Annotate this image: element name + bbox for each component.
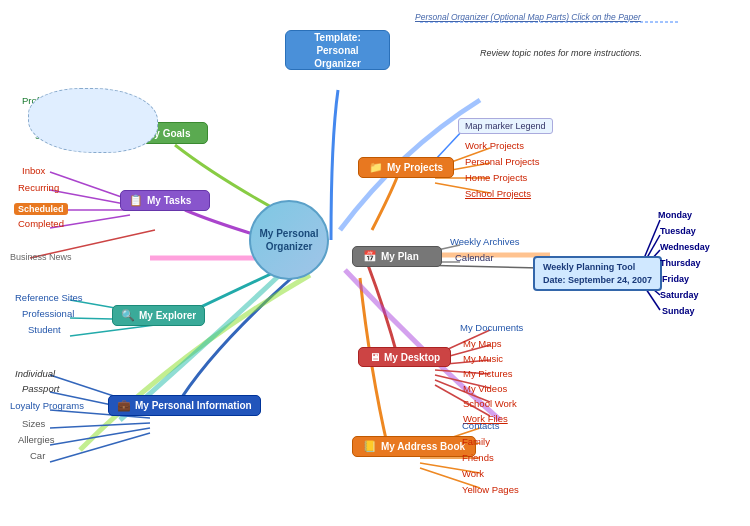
- tasks-sub-recurring[interactable]: Recurring: [18, 182, 59, 193]
- desk-sub-school[interactable]: School Work: [463, 398, 517, 409]
- explorer-sub-ref[interactable]: Reference Sites: [15, 292, 83, 303]
- addr-sub-contacts[interactable]: Contacts: [462, 420, 500, 431]
- svg-line-41: [50, 428, 150, 445]
- proj-sub-home[interactable]: Home Projects: [465, 172, 527, 183]
- personal-info-node[interactable]: 💼 My Personal Information: [108, 395, 261, 416]
- proj-sub-work[interactable]: Work Projects: [465, 140, 524, 151]
- explorer-sub-pro[interactable]: Professional: [22, 308, 74, 319]
- top-note-line1: Personal Organizer (Optional Map Parts) …: [415, 12, 641, 22]
- svg-line-33: [435, 130, 463, 160]
- business-news[interactable]: Business News: [10, 252, 72, 262]
- addr-sub-family[interactable]: Family: [462, 436, 490, 447]
- day-saturday[interactable]: Saturday: [660, 290, 699, 300]
- explorer-sub-student[interactable]: Student: [28, 324, 61, 335]
- explorer-label: My Explorer: [139, 310, 196, 321]
- pi-sub-sizes[interactable]: Sizes: [22, 418, 45, 429]
- day-tuesday[interactable]: Tuesday: [660, 226, 696, 236]
- plan-node[interactable]: 📅 My Plan: [352, 246, 442, 267]
- address-book-node[interactable]: 📒 My Address Book: [352, 436, 476, 457]
- address-book-icon: 📒: [363, 440, 377, 453]
- plan-label: My Plan: [381, 251, 419, 262]
- projects-label: My Projects: [387, 162, 443, 173]
- svg-line-36: [70, 325, 155, 336]
- personal-info-label: My Personal Information: [135, 399, 252, 412]
- tasks-node[interactable]: 📋 My Tasks: [120, 190, 210, 211]
- desktop-icon: 🖥: [369, 351, 380, 363]
- plan-sub-calendar[interactable]: Calendar: [455, 252, 494, 263]
- map-marker-legend[interactable]: Map marker Legend: [458, 118, 553, 134]
- mindmap-container: My Personal Organizer Personal Organizer…: [0, 0, 750, 526]
- pi-sub-car[interactable]: Car: [30, 450, 45, 461]
- tasks-label: My Tasks: [147, 195, 191, 206]
- desk-sub-docs[interactable]: My Documents: [460, 322, 523, 333]
- pi-sub-individual[interactable]: Individual: [15, 368, 55, 379]
- day-sunday[interactable]: Sunday: [662, 306, 695, 316]
- tasks-sub-scheduled[interactable]: Scheduled: [14, 198, 68, 216]
- plan-sub-weekly[interactable]: Weekly Archives: [450, 236, 520, 247]
- explorer-icon: 🔍: [121, 309, 135, 322]
- addr-sub-friends[interactable]: Friends: [462, 452, 494, 463]
- goals-cloud: [28, 88, 158, 153]
- desk-sub-maps[interactable]: My Maps: [463, 338, 502, 349]
- day-monday[interactable]: Monday: [658, 210, 692, 220]
- addr-sub-yellow[interactable]: Yellow Pages: [462, 484, 519, 495]
- address-book-label: My Address Book: [381, 440, 465, 453]
- desktop-node[interactable]: 🖥 My Desktop: [358, 347, 451, 367]
- day-wednesday[interactable]: Wednesday: [660, 242, 710, 252]
- weekly-tool-label: Weekly Planning Tool Date: September 24,…: [543, 262, 652, 285]
- template-label: Template: Personal Organizer: [294, 31, 381, 70]
- day-friday[interactable]: Friday: [662, 274, 689, 284]
- explorer-node[interactable]: 🔍 My Explorer: [112, 305, 205, 326]
- weekly-planning-tool[interactable]: Weekly Planning Tool Date: September 24,…: [533, 256, 662, 291]
- proj-sub-personal[interactable]: Personal Projects: [465, 156, 539, 167]
- plan-icon: 📅: [363, 250, 377, 263]
- svg-line-3: [50, 172, 130, 200]
- center-label: My Personal Organizer: [251, 227, 327, 253]
- projects-icon: 📁: [369, 161, 383, 174]
- pi-sub-loyalty[interactable]: Loyalty Programs: [10, 400, 84, 411]
- day-thursday[interactable]: Thursday: [660, 258, 701, 268]
- top-note-line2: Review topic notes for more instructions…: [480, 48, 642, 58]
- center-node[interactable]: My Personal Organizer: [249, 200, 329, 280]
- desktop-label: My Desktop: [384, 352, 440, 363]
- addr-sub-work[interactable]: Work: [462, 468, 484, 479]
- desk-sub-pictures[interactable]: My Pictures: [463, 368, 513, 379]
- template-node[interactable]: Template: Personal Organizer: [285, 30, 390, 70]
- svg-line-42: [50, 433, 150, 462]
- desk-sub-music[interactable]: My Music: [463, 353, 503, 364]
- desk-sub-videos[interactable]: My Videos: [463, 383, 507, 394]
- proj-sub-school[interactable]: School Projects: [465, 188, 531, 199]
- tasks-icon: 📋: [129, 194, 143, 207]
- pi-sub-passport[interactable]: Passport: [22, 383, 60, 394]
- projects-node[interactable]: 📁 My Projects: [358, 157, 454, 178]
- pi-sub-allergies[interactable]: Allergies: [18, 434, 54, 445]
- tasks-sub-completed[interactable]: Completed: [18, 218, 64, 229]
- svg-line-40: [50, 423, 150, 428]
- personal-info-icon: 💼: [117, 399, 131, 412]
- tasks-sub-inbox[interactable]: Inbox: [22, 165, 45, 176]
